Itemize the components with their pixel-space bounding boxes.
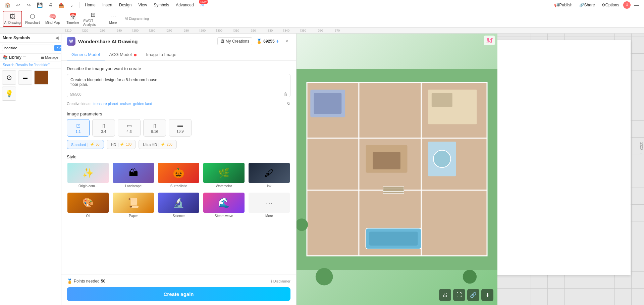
menu-symbols[interactable]: Symbols xyxy=(151,1,172,9)
style-watercolor-label: Watercolor xyxy=(216,184,232,189)
ruler-top: 210 220 230 240 250 260 270 280 290 300 … xyxy=(0,28,644,34)
style-surrealistic-thumb: 🎃 xyxy=(158,163,199,183)
gen-share-btn[interactable]: 🔗 xyxy=(467,289,479,301)
save-btn[interactable]: 💾 xyxy=(35,1,44,9)
style-surrealistic[interactable]: 🎃 Surrealistic xyxy=(157,162,200,189)
style-paper[interactable]: 📜 Paper xyxy=(112,192,155,219)
close-dialog-btn[interactable]: × xyxy=(283,38,290,45)
symbol-brown-bedside[interactable]: ■ xyxy=(34,70,48,85)
points-icon: 🏅 xyxy=(67,278,72,284)
svg-rect-11 xyxy=(314,93,342,114)
creative-ideas: Creative ideas: treasure planet cruiser … xyxy=(67,101,290,106)
flowchart-tool[interactable]: ⬡ Flowchart xyxy=(23,11,42,27)
disclaimer-button[interactable]: ℹ Disclaimer xyxy=(271,279,290,284)
more-symbols-header: More Symbols ◀ xyxy=(0,34,61,43)
style-ink[interactable]: 🖋 Ink xyxy=(248,162,290,189)
share-btn[interactable]: 🔗 Share xyxy=(577,1,598,9)
symbol-round-bedside[interactable]: ⊙ xyxy=(2,70,16,85)
ratio-1-1[interactable]: ⊡ 1:1 xyxy=(67,119,90,137)
mind-map-icon: 🧠 xyxy=(49,13,56,20)
prompt-textarea[interactable]: Create a blueprint design for a 5-bedroo… xyxy=(67,74,290,97)
menu-advanced[interactable]: Advanced xyxy=(173,1,196,9)
manage-button[interactable]: ☰ Manage xyxy=(41,55,58,60)
timeline-icon: 📅 xyxy=(69,13,76,20)
left-sidebar: More Symbols ◀ Search 📚 Library ⌃ ☰ Mana… xyxy=(0,34,61,305)
create-again-button[interactable]: Create again xyxy=(67,287,290,301)
search-input[interactable] xyxy=(2,45,53,51)
quality-ultra-hd[interactable]: Ultra HD | ⚡ 200 xyxy=(139,140,177,149)
mind-map-tool[interactable]: 🧠 Mind Map xyxy=(43,11,62,27)
style-oil[interactable]: 🎨 Oil xyxy=(67,192,109,219)
quality-standard[interactable]: Standard | ⚡ 50 xyxy=(67,140,104,149)
library-label: 📚 Library ⌃ xyxy=(3,55,26,60)
ai-logo: W xyxy=(67,37,75,46)
menu-design[interactable]: Design xyxy=(116,1,134,9)
style-more-label: More xyxy=(265,214,273,218)
tab-generic[interactable]: Generic Model xyxy=(67,49,105,60)
export-btn[interactable]: 📤 xyxy=(56,1,66,9)
style-origin-thumb: ✨ xyxy=(67,163,109,183)
style-science[interactable]: 🔬 Science xyxy=(157,192,200,219)
style-origin-label: Origin-com... xyxy=(78,184,98,189)
style-ink-label: Ink xyxy=(267,184,271,189)
creative-idea-0[interactable]: treasure planet xyxy=(93,102,118,106)
gen-expand-btn[interactable]: ⛶ xyxy=(453,289,465,301)
ratio-4-3[interactable]: ▭ 4:3 xyxy=(118,119,141,137)
menu-home[interactable]: Home xyxy=(82,1,98,9)
generated-image: M 🖨 ⛶ 🔗 ⬇ xyxy=(297,34,497,305)
quality-grid: Standard | ⚡ 50 HD | ⚡ 100 Ultra HD xyxy=(67,140,290,149)
more-options-btn[interactable]: ⌄ xyxy=(67,1,76,9)
quality-std-icon: ⚡ xyxy=(90,142,95,147)
refresh-ideas-btn[interactable]: ↻ xyxy=(287,101,290,106)
ratio-16-9[interactable]: ▬ 16:9 xyxy=(169,119,192,137)
options-btn[interactable]: ⚙ Options xyxy=(599,1,622,9)
disclaimer-label: Disclaimer xyxy=(273,279,290,283)
gen-download-btn[interactable]: ⬇ xyxy=(481,289,493,301)
more-tool[interactable]: ⋯ More xyxy=(103,11,123,27)
creative-idea-1[interactable]: cruiser xyxy=(120,102,131,106)
timeline-label: Timeline xyxy=(66,21,79,24)
undo-btn[interactable]: ↩ xyxy=(13,1,23,9)
my-creations-button[interactable]: 🖼 My Creations xyxy=(217,37,253,45)
swot-label: SWOT Analysis xyxy=(83,19,103,27)
ratio-16-9-icon: ▬ xyxy=(177,122,183,129)
quality-std-label: Standard xyxy=(71,143,86,147)
style-origin[interactable]: ✨ Origin-com... xyxy=(67,162,109,189)
quality-uhd-icon: ⚡ xyxy=(161,142,165,147)
publish-btn[interactable]: 📢 Publish xyxy=(551,1,575,9)
swot-icon: ⊞ xyxy=(91,11,96,18)
gen-print-btn[interactable]: 🖨 xyxy=(439,289,451,301)
quality-hd-icon: ⚡ xyxy=(120,142,124,147)
ai-drawing-tool[interactable]: 🖼 AI Drawing xyxy=(3,11,22,27)
symbol-rect-bedside[interactable]: ▬ xyxy=(18,70,32,85)
symbol-lamp-bedside[interactable]: 💡 xyxy=(2,87,16,101)
window-minimize[interactable]: — xyxy=(632,1,641,9)
ratio-3-4[interactable]: ▯ 3:4 xyxy=(92,119,115,137)
svg-rect-21 xyxy=(369,232,418,245)
swot-tool[interactable]: ⊞ SWOT Analysis xyxy=(83,11,103,27)
home-nav-icon[interactable]: 🏠 xyxy=(3,1,12,9)
style-watercolor[interactable]: 🌿 Watercolor xyxy=(203,162,245,189)
menu-view[interactable]: View xyxy=(136,1,150,9)
creative-idea-2[interactable]: golden land xyxy=(133,102,152,106)
collapse-sidebar-btn[interactable]: ◀ xyxy=(55,36,58,40)
tab-acg[interactable]: ACG Model xyxy=(105,49,142,60)
add-coins-btn[interactable]: + xyxy=(276,38,279,44)
style-more[interactable]: ··· More xyxy=(248,192,290,219)
quality-std-cost: 50 xyxy=(96,143,100,146)
canvas-area[interactable]: 2720 mm 2320 mm W Wondershare AI Drawing… xyxy=(61,34,644,305)
prompt-clear-btn[interactable]: 🗑 xyxy=(283,92,288,97)
redo-btn[interactable]: ↪ xyxy=(24,1,34,9)
style-steamwave[interactable]: 🌊 Steam wave xyxy=(203,192,245,219)
menu-ai[interactable]: AI NEW xyxy=(198,1,207,9)
creative-label: Creative ideas: xyxy=(67,102,91,106)
user-avatar[interactable]: U xyxy=(623,1,631,9)
tab-image-to-image[interactable]: Image to Image xyxy=(141,49,181,60)
ratio-9-16[interactable]: ▯ 9:16 xyxy=(143,119,166,137)
quality-hd[interactable]: HD | ⚡ 100 xyxy=(107,140,136,149)
menu-insert[interactable]: Insert xyxy=(100,1,115,9)
ai-dialog-header: W Wondershare AI Drawing 🖼 My Creations … xyxy=(61,34,296,49)
timeline-tool[interactable]: 📅 Timeline xyxy=(63,11,83,27)
style-landscape[interactable]: 🏔 Landscape xyxy=(112,162,155,189)
print-btn[interactable]: 🖨 xyxy=(46,1,55,9)
